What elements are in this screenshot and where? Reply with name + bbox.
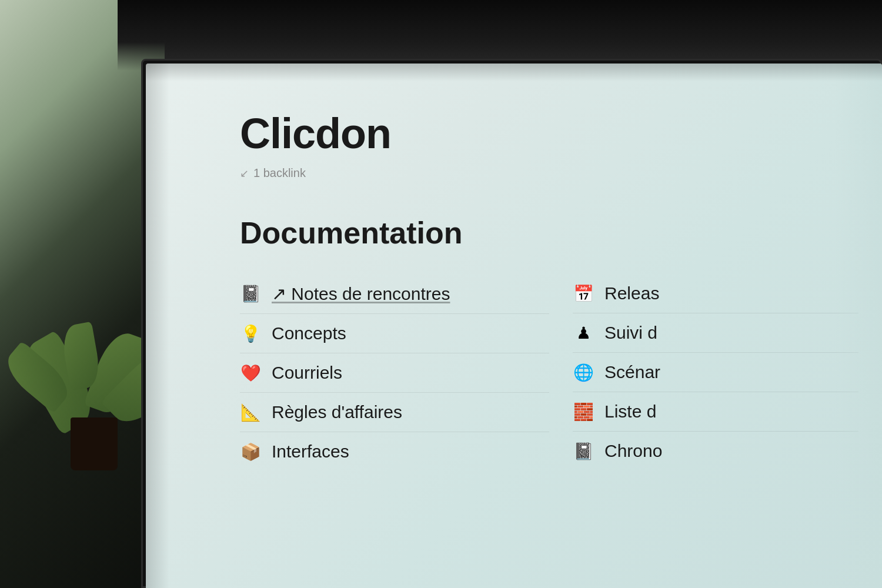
list-item-scenar[interactable]: 🌐 Scénar xyxy=(573,353,858,392)
page-title: Clicdon xyxy=(240,111,858,157)
liste-icon: 🧱 xyxy=(573,402,594,422)
concepts-label: Concepts xyxy=(272,323,346,343)
page-content: Clicdon ↙ 1 backlink Documentation 📓 ↗ N… xyxy=(216,99,882,588)
interfaces-icon: 📦 xyxy=(240,442,261,462)
suivi-label: Suivi d xyxy=(604,323,657,343)
backlink-text: 1 backlink xyxy=(253,166,306,180)
chrono-icon: 📓 xyxy=(573,442,594,461)
notes-icon: 📓 xyxy=(240,284,261,303)
list-item-courriels[interactable]: ❤️ Courriels xyxy=(240,353,549,393)
screen: Clicdon ↙ 1 backlink Documentation 📓 ↗ N… xyxy=(146,64,882,588)
scenar-label: Scénar xyxy=(604,362,660,382)
items-grid: 📓 ↗ Notes de rencontres 💡 Concepts ❤️ Co… xyxy=(240,274,858,471)
plant-pot xyxy=(71,417,118,470)
notes-label: ↗ Notes de rencontres xyxy=(272,283,450,304)
list-item-liste[interactable]: 🧱 Liste d xyxy=(573,392,858,432)
list-item-notes[interactable]: 📓 ↗ Notes de rencontres xyxy=(240,274,549,314)
list-item-suivi[interactable]: ♟ Suivi d xyxy=(573,313,858,353)
courriels-icon: ❤️ xyxy=(240,363,261,383)
list-item-interfaces[interactable]: 📦 Interfaces xyxy=(240,432,549,471)
scenar-icon: 🌐 xyxy=(573,363,594,382)
releas-icon: 📅 xyxy=(573,284,594,303)
plant-leaves xyxy=(35,188,153,423)
interfaces-label: Interfaces xyxy=(272,442,349,462)
right-column: 📅 Releas ♟ Suivi d 🌐 Scénar 🧱 Liste d 📓 xyxy=(549,274,858,471)
releas-label: Releas xyxy=(604,283,659,303)
list-item-regles[interactable]: 📐 Règles d'affaires xyxy=(240,393,549,432)
regles-label: Règles d'affaires xyxy=(272,402,402,422)
liste-label: Liste d xyxy=(604,402,656,422)
plant xyxy=(35,176,153,470)
concepts-icon: 💡 xyxy=(240,324,261,343)
bg-left-dark xyxy=(0,0,165,588)
list-item-chrono[interactable]: 📓 Chrono xyxy=(573,432,858,470)
regles-icon: 📐 xyxy=(240,403,261,422)
suivi-icon: ♟ xyxy=(573,323,594,343)
backlink-icon: ↙ xyxy=(240,167,249,180)
chrono-label: Chrono xyxy=(604,441,662,461)
backlink-row[interactable]: ↙ 1 backlink xyxy=(240,166,858,180)
left-column: 📓 ↗ Notes de rencontres 💡 Concepts ❤️ Co… xyxy=(240,274,549,471)
list-item-concepts[interactable]: 💡 Concepts xyxy=(240,314,549,353)
list-item-releas[interactable]: 📅 Releas xyxy=(573,274,858,313)
section-heading: Documentation xyxy=(240,215,858,250)
courriels-label: Courriels xyxy=(272,363,342,383)
